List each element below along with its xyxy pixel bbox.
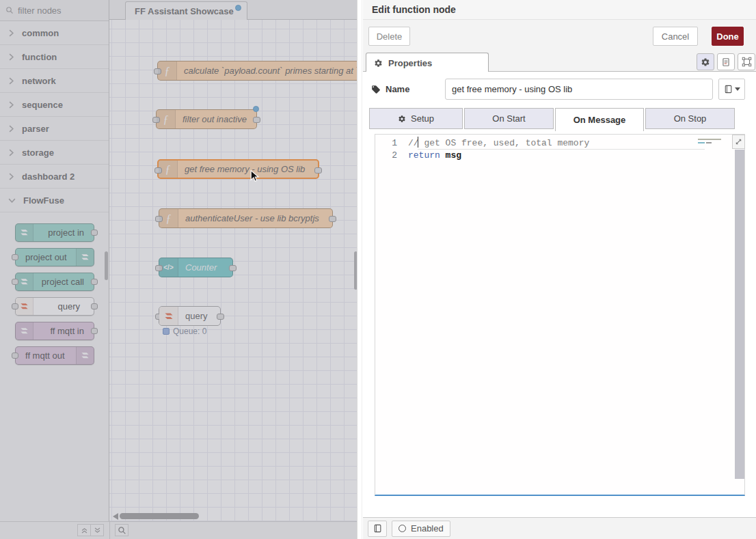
flow-workspace: FF Assistant Showcase ƒ calculate `paylo… xyxy=(109,0,362,521)
palette-node-project-out[interactable]: project out xyxy=(15,248,94,266)
double-chevron-up-icon xyxy=(81,527,88,534)
tab-on-start[interactable]: On Start xyxy=(464,108,554,129)
node-get-free-memory[interactable]: ƒ get free memory - using OS lib xyxy=(157,159,319,179)
node-status: Queue: 0 xyxy=(163,327,206,336)
search-icon xyxy=(5,6,14,14)
editor-expand-button[interactable] xyxy=(732,135,745,149)
current-line-border xyxy=(418,149,705,150)
tab-properties-label: Properties xyxy=(388,58,432,68)
horizontal-scrollbar[interactable] xyxy=(120,513,199,519)
palette-category-flowfuse[interactable]: FlowFuse xyxy=(0,189,109,212)
palette-sidebar: common function network sequence parser … xyxy=(0,0,109,521)
category-label: FlowFuse xyxy=(23,195,64,206)
editor-tabs-row: Properties xyxy=(363,51,756,72)
description-button[interactable] xyxy=(717,53,735,70)
tab-on-message[interactable]: On Message xyxy=(555,108,644,131)
node-filter-out-inactive[interactable]: ƒ filter out inactive xyxy=(156,109,257,129)
footer-divider xyxy=(109,522,110,539)
node-label: filter out inactive xyxy=(183,110,247,128)
node-label: query xyxy=(185,307,208,325)
palette-filter-input[interactable] xyxy=(18,5,93,16)
output-port xyxy=(91,279,98,285)
editor-line: 1 // get OS free, used, total memory xyxy=(375,137,744,150)
name-label-text: Name xyxy=(386,84,409,94)
tab-label: On Stop xyxy=(674,113,707,124)
palette-scrollbar[interactable] xyxy=(105,251,108,280)
properties-view-button[interactable] xyxy=(697,53,714,70)
tab-label: On Start xyxy=(492,113,525,124)
palette-category-parser[interactable]: parser xyxy=(0,117,109,141)
workspace-region: common function network sequence parser … xyxy=(0,0,362,539)
palette-category-storage[interactable]: storage xyxy=(0,141,109,165)
chevron-right-icon xyxy=(8,77,14,85)
name-input[interactable] xyxy=(445,79,713,100)
palette-node-project-in[interactable]: project in xyxy=(15,223,94,242)
chevron-right-icon xyxy=(8,173,14,180)
library-export-button[interactable] xyxy=(368,521,387,537)
code-keyword: return xyxy=(408,150,440,161)
delete-button[interactable]: Delete xyxy=(368,27,410,46)
chevron-right-icon xyxy=(8,101,14,109)
tab-properties[interactable]: Properties xyxy=(366,53,489,72)
enabled-toggle-button[interactable]: Enabled xyxy=(392,521,450,537)
flow-canvas[interactable]: ƒ calculate `payload.count` primes start… xyxy=(109,20,362,521)
line-number: 1 xyxy=(375,138,408,148)
palette-category-common[interactable]: common xyxy=(0,21,109,45)
palette-collapse-all-button[interactable] xyxy=(77,524,91,536)
palette-node-ff-mqtt-in[interactable]: ff mqtt in xyxy=(15,322,94,340)
book-icon xyxy=(373,524,382,533)
function-icon: ƒ xyxy=(158,61,177,80)
palette-category-function[interactable]: function xyxy=(0,45,109,69)
output-port[interactable] xyxy=(217,314,224,320)
node-red-app: common function network sequence parser … xyxy=(0,0,756,539)
line-number: 2 xyxy=(375,150,408,161)
palette-node-label: project out xyxy=(25,249,67,266)
cancel-button[interactable]: Cancel xyxy=(653,27,698,46)
input-port xyxy=(12,254,18,260)
node-query[interactable]: query xyxy=(159,306,221,326)
palette-filter[interactable] xyxy=(0,0,109,21)
tab-setup[interactable]: Setup xyxy=(369,108,463,129)
flow-tabbar: FF Assistant Showcase xyxy=(109,0,362,20)
code-editor[interactable]: 1 // get OS free, used, total memory 2 r… xyxy=(375,134,745,496)
gear-icon xyxy=(701,57,710,67)
palette-category-network[interactable]: network xyxy=(0,69,109,93)
output-port[interactable] xyxy=(253,117,260,123)
flow-tab[interactable]: FF Assistant Showcase xyxy=(125,1,247,20)
library-dropdown-button[interactable] xyxy=(718,79,745,100)
input-port xyxy=(12,353,18,359)
palette-node-query[interactable]: query xyxy=(15,297,94,316)
node-label: get free memory - using OS lib xyxy=(185,161,305,178)
node-counter[interactable]: </> Counter xyxy=(159,258,233,277)
palette-node-ff-mqtt-out[interactable]: ff mqtt out xyxy=(15,346,94,365)
workspace-zoom-search-button[interactable] xyxy=(115,524,129,536)
node-authenticate-user[interactable]: ƒ authenticateUser - use lib bcryptjs xyxy=(159,208,333,228)
tray-body: Name Setup On Start On Message xyxy=(363,72,756,517)
tray-resize-handle[interactable] xyxy=(357,0,362,539)
palette-category-sequence[interactable]: sequence xyxy=(0,93,109,117)
book-icon xyxy=(724,85,733,94)
palette-expand-all-button[interactable] xyxy=(90,524,104,536)
workspace-footer xyxy=(0,521,362,539)
palette-node-project-call[interactable]: project call xyxy=(15,273,94,291)
enabled-circle-icon xyxy=(399,525,406,532)
palette-node-label: project in xyxy=(48,224,84,241)
tab-on-stop[interactable]: On Stop xyxy=(645,108,735,129)
node-calculate-primes[interactable]: ƒ calculate `payload.count` primes start… xyxy=(157,61,362,81)
name-row: Name xyxy=(371,79,748,100)
editor-scrollbar[interactable] xyxy=(735,150,744,479)
node-label: authenticateUser - use lib bcryptjs xyxy=(185,209,319,227)
done-button[interactable]: Done xyxy=(712,27,744,46)
flowfuse-icon xyxy=(159,307,178,325)
function-icon: ƒ xyxy=(159,209,178,227)
output-port[interactable] xyxy=(329,216,336,222)
appearance-button[interactable] xyxy=(738,53,755,70)
tray-header: Edit function node xyxy=(363,0,756,20)
output-port[interactable] xyxy=(314,167,322,174)
input-port xyxy=(12,303,18,309)
output-port[interactable] xyxy=(229,265,237,271)
palette-category-dashboard2[interactable]: dashboard 2 xyxy=(0,165,109,189)
category-label: dashboard 2 xyxy=(22,171,75,182)
editor-line: 2 return msg xyxy=(375,149,744,162)
scroll-left-arrow-icon[interactable] xyxy=(113,513,118,520)
